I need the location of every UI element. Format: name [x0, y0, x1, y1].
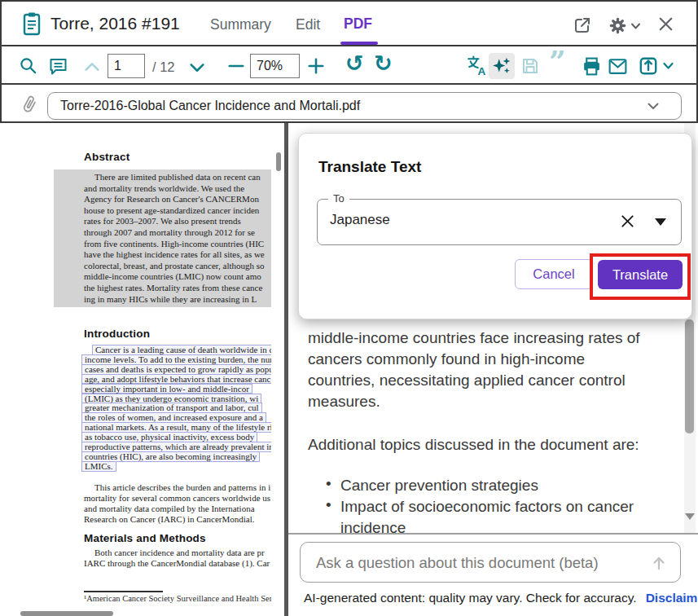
- tab-edit[interactable]: Edit: [296, 16, 320, 33]
- bullet-icon: •: [326, 475, 331, 493]
- email-icon[interactable]: [608, 57, 628, 76]
- pdf-vertical-scrollbar-thumb[interactable]: [276, 152, 281, 171]
- pdf-text-line: IARC through the CancerMondial database …: [84, 558, 270, 569]
- pdf-text-line: Agency for Research on Cancer's CANCERMo…: [84, 194, 271, 205]
- export-icon[interactable]: [638, 55, 659, 77]
- highlighted-text-line: as tobacco use, physical inactivity, exc…: [81, 432, 257, 442]
- attachment-filename: Torre-2016-Global Cancer Incidence and M…: [48, 99, 647, 113]
- disclaimer-link[interactable]: Disclaimer: [646, 591, 698, 605]
- highlighted-text-line: especially important in low- and middle-…: [81, 384, 252, 394]
- pdf-page: Abstract There are limited published dat…: [0, 123, 271, 616]
- translate-button[interactable]: Translate: [598, 260, 683, 289]
- highlighted-text-line: cases and deaths is expected to grow rap…: [81, 364, 271, 375]
- pdf-text-line: from five continents. High-income countr…: [84, 239, 271, 250]
- rotate-right-icon[interactable]: ↻: [374, 52, 393, 74]
- pdf-text-line: ing in many HICs while they are increasi…: [84, 294, 271, 306]
- highlighted-text-line: age, and adopt lifestyle behaviors that …: [81, 374, 271, 385]
- pdf-text-line: have the highest incidence rates for all…: [84, 249, 271, 261]
- pdf-methods-heading: Materials and Methods: [84, 532, 206, 544]
- save-icon[interactable]: [520, 56, 540, 76]
- highlighted-text-line: Cancer is a leading cause of death world…: [92, 345, 271, 355]
- summary-scrollbar-thumb[interactable]: [685, 319, 694, 433]
- print-icon[interactable]: [582, 56, 602, 77]
- pdf-introduction-heading: Introduction: [84, 328, 150, 340]
- summary-text-line: measures.: [308, 391, 640, 412]
- highlighted-text-line: LMICs.: [81, 461, 116, 472]
- ask-question-input[interactable]: [314, 543, 643, 583]
- summary-bullet-1: Cancer prevention strategies: [340, 475, 538, 496]
- pdf-abstract-selection: There are limited published data on rece…: [54, 169, 271, 307]
- clipboard-icon: [21, 11, 42, 36]
- cancel-button[interactable]: Cancel: [515, 259, 593, 289]
- language-select[interactable]: To Japanese: [317, 199, 682, 245]
- pdf-text-line: house to present age-standardized cancer…: [84, 205, 271, 217]
- attachment-select[interactable]: Torre-2016-Global Cancer Incidence and M…: [47, 92, 682, 120]
- summary-bullet-2-continuation: incidence: [340, 517, 406, 539]
- pdf-abstract-heading: Abstract: [84, 151, 130, 163]
- gear-icon[interactable]: [608, 16, 627, 35]
- translate-dialog: Translate Text To Japanese Cancel Transl…: [298, 133, 692, 319]
- pdf-text-line: rates for 2003–2007. We also present tre…: [84, 216, 271, 227]
- pdf-highlighted-selection: Cancer is a leading cause of death world…: [81, 345, 271, 471]
- page-number-input[interactable]: [108, 54, 145, 78]
- translate-icon[interactable]: A: [467, 55, 489, 77]
- pdf-text-line: through 2007 and mortality through 2012 …: [84, 227, 271, 239]
- ai-content-notice: AI-generated content: quality may vary. …: [304, 591, 637, 605]
- paperclip-icon: [17, 90, 41, 117]
- zoom-out-icon[interactable]: [227, 57, 245, 75]
- titlebar-divider: [0, 45, 698, 46]
- highlighted-text-line: greater mechanization of transport and l…: [81, 403, 262, 413]
- pdf-text-line: Both cancer incidence and mortality data…: [84, 548, 270, 558]
- ai-sparkles-icon[interactable]: [489, 53, 515, 79]
- highlighted-text-line: (LMIC) as they undergo economic transiti…: [81, 394, 261, 404]
- pdf-introduction-paragraph: This article describes the burden and pa…: [84, 482, 270, 525]
- dropdown-caret-icon[interactable]: [655, 218, 666, 226]
- pdf-text-line: the highest rates. Mortality rates from …: [84, 283, 271, 294]
- pdf-text-line: Research on Cancer (IARC) in CancerMondi…: [84, 514, 270, 525]
- submit-question-icon[interactable]: [649, 553, 669, 573]
- zoom-in-icon[interactable]: [307, 57, 325, 75]
- pdf-text-line: and mortality trends worldwide. We used …: [84, 183, 271, 195]
- summary-bullet-2: Impact of socioeconomic factors on cance…: [340, 496, 634, 517]
- open-external-icon[interactable]: [573, 15, 592, 35]
- clear-language-icon[interactable]: [620, 213, 635, 229]
- ai-assistant-panel: middle-income countries face increasing …: [288, 123, 698, 616]
- rotate-left-icon[interactable]: ↺: [345, 52, 364, 74]
- ai-summary-paragraph: middle-income countries face increasing …: [308, 328, 640, 412]
- tab-pdf[interactable]: PDF: [344, 15, 372, 33]
- summary-text-line: cancers commonly found in high-income: [308, 349, 640, 370]
- pdf-text-line: middle-income countries (LMIC) now count…: [84, 271, 271, 283]
- pdf-text-line: colorectal, breast, and prostate cancer,…: [84, 261, 271, 272]
- pdf-text-line: There are limited published data on rece…: [84, 172, 271, 183]
- pdf-methods-paragraph: Both cancer incidence and mortality data…: [84, 548, 270, 569]
- to-label: To: [328, 192, 349, 205]
- highlighted-text-line: the roles of women, and increased exposu…: [81, 412, 266, 423]
- search-icon[interactable]: [19, 56, 37, 75]
- notes-icon[interactable]: [48, 56, 68, 76]
- highlighted-text-line: national markets. As a result, many of t…: [81, 422, 271, 433]
- close-icon[interactable]: [656, 15, 675, 33]
- pdf-text-line: mortality for several common cancers wor…: [84, 493, 270, 504]
- previous-page-icon[interactable]: [83, 59, 101, 75]
- scrollbar-down-arrow-icon[interactable]: [685, 513, 695, 520]
- export-chevron-down-icon[interactable]: [662, 61, 674, 70]
- highlighted-text-line: countries (HIC), are also becoming incre…: [81, 451, 260, 462]
- ask-question-box: [300, 542, 681, 583]
- pdf-horizontal-scrollbar-thumb[interactable]: [20, 611, 113, 616]
- gear-chevron-down-icon[interactable]: [630, 22, 641, 30]
- pdf-viewer-panel: Abstract There are limited published dat…: [0, 123, 284, 616]
- highlighted-text-line: reproductive patterns, which are already…: [81, 442, 271, 452]
- tab-summary[interactable]: Summary: [210, 16, 271, 33]
- pdf-text-line: This article describes the burden and pa…: [84, 482, 270, 493]
- attachment-chevron-down-icon: [647, 102, 681, 111]
- ai-footer: AI-generated content: quality may vary. …: [304, 591, 698, 605]
- zoom-level-input[interactable]: [250, 54, 300, 78]
- summary-text-line: middle-income countries face increasing …: [308, 328, 640, 349]
- toolbar-divider: [0, 83, 698, 85]
- page-total-label: / 12: [152, 59, 175, 75]
- quote-icon[interactable]: ”: [549, 46, 566, 76]
- next-page-icon[interactable]: [188, 60, 206, 77]
- dialog-title: Translate Text: [318, 158, 421, 176]
- svg-text:A: A: [478, 65, 486, 77]
- pdf-footnote: ¹American Cancer Society Surveillance an…: [84, 594, 271, 603]
